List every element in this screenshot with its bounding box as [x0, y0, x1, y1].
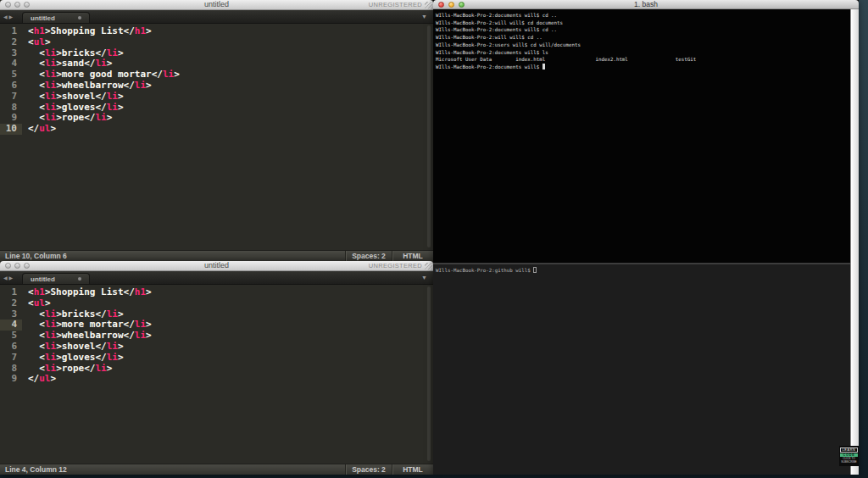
terminal-prompt: WIlls-MacBook-Pro-2:github will$ — [436, 268, 533, 273]
modified-dot-icon[interactable] — [78, 16, 81, 19]
close-button[interactable] — [5, 263, 11, 269]
traffic-lights — [5, 2, 30, 8]
terminal-prompt: WIlls-MacBook-Pro-2:documents will$ — [436, 64, 542, 69]
line-number[interactable]: 2 — [0, 37, 22, 48]
zoom-button[interactable] — [24, 2, 30, 8]
tab-label: untitled — [31, 275, 55, 283]
editor-scrollbar[interactable] — [427, 286, 431, 461]
line-number[interactable]: 6 — [0, 342, 22, 353]
line-number[interactable]: 1 — [0, 26, 22, 37]
tab-bar: ◀▶ untitled ▼ — [0, 271, 433, 285]
tab-overflow-chevron-icon[interactable]: ▼ — [421, 275, 427, 281]
syntax-setting[interactable]: HTML — [392, 464, 433, 475]
close-button[interactable] — [5, 2, 11, 8]
badge-learn-label: LEARN — [840, 447, 858, 453]
caret-position-label: Line 4, Column 12 — [0, 464, 345, 475]
terminal-pane-unfocused[interactable]: WIlls-MacBook-Pro-2:github will$ — [433, 264, 850, 475]
code-line: <li>wheelbarrow</li> — [28, 81, 433, 92]
traffic-lights — [438, 2, 465, 8]
tab-scroll-arrows-icon[interactable]: ◀▶ — [3, 14, 14, 19]
badge-subscribe-label: CLICK TO SUBSCRIBE — [840, 458, 858, 464]
terminal-line: WIlls-MacBook-Pro-2:documents will$ cd .… — [436, 12, 850, 19]
traffic-lights — [5, 263, 30, 269]
editor-window-bottom: untitled UNREGISTERED ◀▶ untitled ▼ 1234… — [0, 261, 433, 475]
code-editor[interactable]: 123456789 <h1>Shopping List</h1><ul> <li… — [0, 285, 433, 464]
editor-window-top: untitled UNREGISTERED ◀▶ untitled ▼ 1234… — [0, 0, 433, 261]
code-editor[interactable]: 12345678910 <h1>Shopping List</h1><ul> <… — [0, 24, 433, 250]
title-bar[interactable]: untitled UNREGISTERED — [0, 261, 433, 271]
resize-grip-icon[interactable] — [425, 263, 432, 270]
tab-bar: ◀▶ untitled ▼ — [0, 10, 433, 24]
line-number[interactable]: 2 — [0, 298, 22, 309]
terminal-cursor — [542, 64, 546, 69]
code-line: </ul> — [28, 374, 433, 385]
line-number-gutter[interactable]: 123456789 — [0, 285, 22, 464]
code-content[interactable]: <h1>Shopping List</h1><ul> <li>bricks</l… — [22, 24, 433, 250]
zoom-button[interactable] — [24, 263, 30, 269]
badge-subscribe: SUBSCRIBE — [840, 461, 858, 464]
minimize-button[interactable] — [448, 2, 454, 8]
terminal-line: Microsoft User Data index.html index2.ht… — [436, 56, 850, 64]
caret-position-label: Line 10, Column 6 — [0, 251, 345, 261]
tab-scroll-arrows-icon[interactable]: ◀▶ — [3, 275, 14, 281]
code-content[interactable]: <h1>Shopping List</h1><ul> <li>bricks</l… — [22, 285, 433, 464]
terminal-scrollbar[interactable] — [850, 9, 859, 475]
line-number[interactable]: 7 — [0, 92, 22, 103]
code-line: <ul> — [28, 37, 433, 48]
code-line: <li>shovel</li> — [28, 342, 433, 353]
code-line: <ul> — [28, 298, 433, 309]
tab-label: untitled — [31, 14, 55, 22]
terminal-line: WIlls-MacBook-Pro-2:will will$ cd .. — [436, 34, 850, 42]
code-line: <li>rope</li> — [28, 113, 433, 124]
line-number[interactable]: 9 — [0, 374, 22, 385]
terminal-prompt-line: WIlls-MacBook-Pro-2:documents will$ — [436, 64, 850, 71]
terminal-pane-focused[interactable]: WIlls-MacBook-Pro-2:documents will$ cd .… — [433, 9, 850, 263]
title-bar[interactable]: untitled UNREGISTERED — [0, 0, 433, 10]
tab-overflow-chevron-icon[interactable]: ▼ — [421, 14, 427, 19]
window-title: 1. bash — [433, 0, 859, 8]
minimize-button[interactable] — [14, 263, 20, 269]
tab-untitled[interactable]: untitled — [22, 12, 90, 23]
line-number[interactable]: 1 — [0, 287, 22, 298]
unregistered-label: UNREGISTERED — [369, 261, 422, 270]
line-number[interactable]: 7 — [0, 353, 22, 364]
terminal-line: WIlls-MacBook-Pro-2:will will$ cd docume… — [436, 19, 850, 27]
syntax-setting[interactable]: HTML — [392, 251, 433, 261]
resize-grip-icon[interactable] — [425, 2, 432, 8]
terminal-cursor — [533, 267, 537, 273]
close-button[interactable] — [438, 2, 444, 8]
line-number[interactable]: 10 — [0, 124, 22, 135]
unregistered-label: UNREGISTERED — [369, 0, 422, 9]
learn-code-subscribe-badge[interactable]: LEARN CODE CLICK TO SUBSCRIBE — [839, 446, 859, 466]
terminal-line: WIlls-MacBook-Pro-2:users will$ cd will/… — [436, 42, 850, 49]
code-line: <h1>Shopping List</h1> — [28, 287, 433, 298]
code-line: </ul> — [28, 124, 433, 135]
editor-scrollbar[interactable] — [427, 25, 431, 247]
code-line: <li>shovel</li> — [28, 92, 433, 103]
zoom-button[interactable] — [459, 2, 465, 8]
terminal-prompt-line: WIlls-MacBook-Pro-2:github will$ — [436, 267, 850, 275]
title-bar[interactable]: 1. bash — [433, 0, 859, 9]
terminal-line: WIlls-MacBook-Pro-2:documents will$ ls — [436, 49, 850, 57]
line-number-gutter[interactable]: 12345678910 — [0, 24, 22, 250]
indent-setting[interactable]: Spaces: 2 — [345, 251, 392, 261]
indent-setting[interactable]: Spaces: 2 — [345, 464, 392, 475]
code-line: <li>rope</li> — [28, 364, 433, 375]
status-bar: Line 4, Column 12 Spaces: 2 HTML — [0, 464, 433, 475]
line-number[interactable]: 6 — [0, 81, 22, 92]
code-line: <h1>Shopping List</h1> — [28, 26, 433, 37]
status-bar: Line 10, Column 6 Spaces: 2 HTML — [0, 250, 433, 261]
tab-untitled[interactable]: untitled — [22, 273, 90, 284]
terminal-window: 1. bash WIlls-MacBook-Pro-2:documents wi… — [433, 0, 859, 475]
modified-dot-icon[interactable] — [78, 277, 81, 281]
minimize-button[interactable] — [14, 2, 20, 8]
terminal-line: WIlls-MacBook-Pro-2:documents will$ cd .… — [436, 26, 850, 34]
